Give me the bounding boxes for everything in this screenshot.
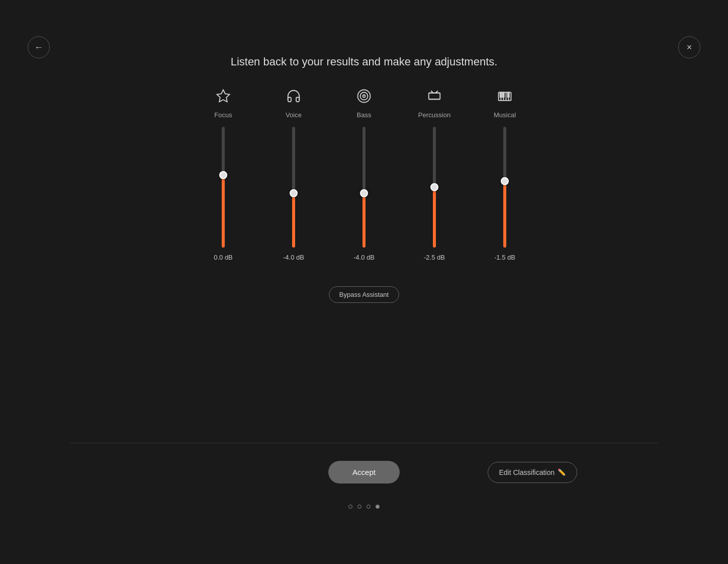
headphone-icon — [286, 89, 301, 104]
channel-musical: Musical -1.5 dB — [485, 89, 525, 261]
musical-slider-fill — [503, 181, 506, 248]
voice-slider-thumb[interactable] — [290, 189, 298, 197]
pagination-dot-0[interactable] — [348, 505, 352, 509]
pagination — [0, 505, 728, 509]
musical-icon — [497, 89, 512, 107]
channel-voice: Voice -4.0 dB — [274, 89, 314, 261]
musical-slider-track-container[interactable] — [502, 127, 508, 248]
voice-value: -4.0 dB — [283, 254, 304, 261]
focus-label: Focus — [214, 111, 232, 119]
bass-slider-track-container[interactable] — [361, 127, 367, 248]
focus-icon — [216, 89, 231, 107]
focus-slider-fill — [222, 175, 225, 248]
bass-slider-track[interactable] — [362, 127, 366, 248]
svg-rect-15 — [503, 93, 504, 98]
footer-buttons: Accept Edit Classification ✏️ — [0, 461, 728, 484]
voice-slider-track[interactable] — [292, 127, 295, 248]
svg-rect-14 — [500, 93, 502, 98]
edit-classification-label: Edit Classification — [499, 468, 555, 476]
voice-slider-track-container[interactable] — [291, 127, 297, 248]
svg-rect-16 — [508, 93, 509, 98]
voice-label: Voice — [286, 111, 302, 119]
focus-slider-track[interactable] — [222, 127, 225, 248]
bass-value: -4.0 dB — [353, 254, 375, 261]
bass-icon — [356, 89, 372, 107]
percussion-value: -2.5 dB — [424, 254, 445, 261]
bypass-assistant-button[interactable]: Bypass Assistant — [329, 286, 399, 303]
back-icon: ← — [34, 42, 43, 53]
musical-value: -1.5 dB — [494, 254, 515, 261]
close-button[interactable]: × — [678, 36, 700, 58]
svg-marker-0 — [217, 90, 230, 102]
channel-focus: Focus 0.0 dB — [203, 89, 243, 261]
bass-label: Bass — [357, 111, 372, 119]
edit-classification-button[interactable]: Edit Classification ✏️ — [488, 462, 578, 483]
bass-slider-thumb[interactable] — [360, 189, 368, 197]
target-icon — [356, 89, 372, 104]
page-title: Listen back to your results and make any… — [231, 55, 498, 68]
close-icon: × — [687, 42, 692, 53]
channel-bass: Bass -4.0 dB — [344, 89, 384, 261]
pagination-dot-3[interactable] — [376, 505, 380, 509]
svg-point-1 — [358, 90, 371, 103]
musical-slider-track[interactable] — [503, 127, 506, 248]
percussion-slider-track-container[interactable] — [431, 127, 437, 248]
channel-percussion: Percussion -2.5 dB — [414, 89, 454, 261]
percussion-slider-track[interactable] — [433, 127, 436, 248]
focus-value: 0.0 dB — [214, 254, 233, 261]
pagination-dot-1[interactable] — [357, 505, 361, 509]
musical-label: Musical — [494, 111, 516, 119]
pencil-icon: ✏️ — [558, 468, 566, 476]
footer-divider — [70, 443, 658, 443]
svg-point-3 — [363, 95, 366, 98]
star-icon — [216, 89, 231, 104]
drum-icon — [427, 89, 442, 104]
sliders-container: Focus 0.0 dB Voice -4.0 dB — [203, 89, 525, 261]
back-button[interactable]: ← — [28, 36, 50, 58]
focus-slider-thumb[interactable] — [219, 171, 227, 179]
musical-slider-thumb[interactable] — [501, 177, 509, 185]
percussion-label: Percussion — [418, 111, 450, 119]
percussion-slider-thumb[interactable] — [430, 183, 438, 191]
bass-slider-fill — [362, 193, 366, 248]
svg-point-2 — [360, 93, 368, 100]
voice-slider-fill — [292, 193, 295, 248]
voice-icon — [286, 89, 301, 107]
svg-rect-4 — [429, 93, 440, 100]
percussion-icon — [427, 89, 442, 107]
focus-slider-track-container[interactable] — [220, 127, 226, 248]
percussion-slider-fill — [433, 187, 436, 248]
main-content: Listen back to your results and make any… — [0, 0, 728, 303]
piano-icon — [497, 89, 512, 104]
pagination-dot-2[interactable] — [367, 505, 371, 509]
accept-button[interactable]: Accept — [328, 461, 400, 484]
